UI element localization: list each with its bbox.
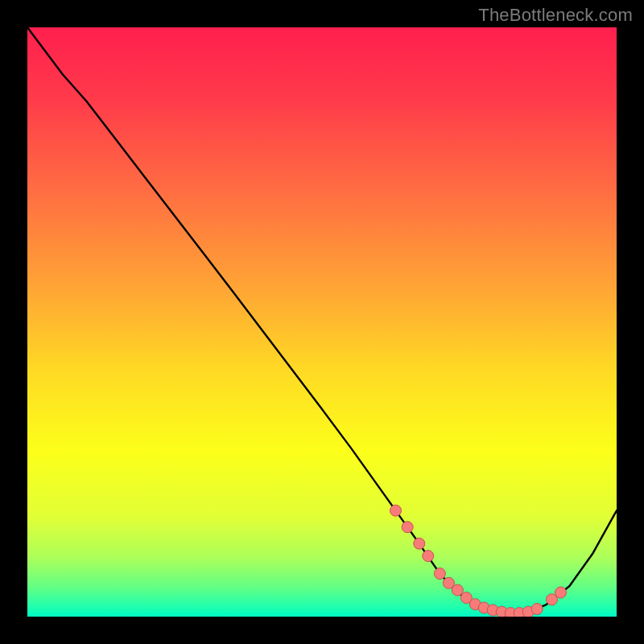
curve-marker bbox=[414, 538, 425, 549]
curve-marker bbox=[452, 584, 463, 596]
curve-marker bbox=[434, 568, 445, 580]
curve-marker bbox=[531, 603, 543, 614]
curve-marker bbox=[555, 587, 566, 598]
watermark-label: TheBottleneck.com bbox=[478, 5, 633, 26]
gradient-background bbox=[27, 27, 617, 617]
plot-area bbox=[27, 27, 617, 617]
bottleneck-curve-chart bbox=[27, 27, 617, 617]
curve-marker bbox=[390, 505, 402, 516]
curve-marker bbox=[402, 522, 413, 533]
chart-frame: TheBottleneck.com bbox=[0, 0, 644, 644]
curve-marker bbox=[423, 551, 434, 562]
